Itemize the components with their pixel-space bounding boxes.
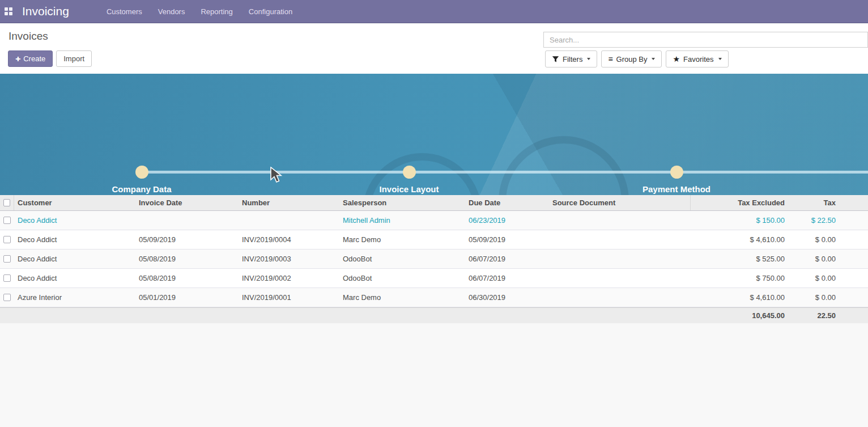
step-title: Company Data — [57, 184, 227, 194]
row-checkbox-cell — [0, 294, 14, 301]
create-button[interactable]: ✚Create — [8, 50, 53, 67]
row-checkbox[interactable] — [3, 236, 11, 243]
apps-icon-square — [9, 12, 12, 15]
list-icon: ≡ — [608, 55, 612, 63]
cell-salesperson: Mitchell Admin — [339, 216, 465, 225]
step-dot-company-data — [135, 166, 148, 179]
cell-tax: $ 0.00 — [788, 293, 839, 302]
row-checkbox-cell — [0, 274, 14, 282]
cell-customer: Azure Interior — [14, 293, 135, 302]
cell-invoice-date: 05/08/2019 — [135, 274, 239, 282]
action-buttons: ✚Create Import — [8, 50, 92, 67]
chevron-down-icon — [652, 58, 655, 60]
group-by-button[interactable]: ≡ Group By — [601, 50, 662, 67]
column-header-source-document[interactable]: Source Document — [549, 195, 691, 210]
column-header-due-date[interactable]: Due Date — [465, 198, 549, 207]
table-row[interactable]: Azure Interior 05/01/2019 INV/2019/0001 … — [0, 288, 868, 307]
onboarding-progress-line — [142, 171, 868, 174]
total-tax-excluded: 10,645.00 — [691, 311, 788, 320]
nav-item-vendors[interactable]: Vendors — [152, 4, 191, 19]
table-row[interactable]: Deco Addict 05/08/2019 INV/2019/0002 Odo… — [0, 269, 868, 288]
cell-tax: $ 0.00 — [788, 274, 839, 282]
app-title[interactable]: Invoicing — [22, 5, 69, 18]
cell-number: INV/2019/0004 — [239, 235, 339, 244]
cell-customer: Deco Addict — [14, 216, 135, 225]
step-dot-invoice-layout — [403, 166, 416, 179]
table-header-row: Customer Invoice Date Number Salesperson… — [0, 195, 868, 211]
row-checkbox[interactable] — [3, 274, 11, 282]
favorites-button[interactable]: ★ Favorites — [666, 50, 728, 67]
page-title: Invoices — [8, 30, 48, 43]
cell-customer: Deco Addict — [14, 255, 135, 263]
nav-item-customers[interactable]: Customers — [101, 4, 148, 19]
cell-tax: $ 0.00 — [788, 255, 839, 263]
cell-tax-excluded: $ 4,610.00 — [691, 235, 788, 244]
cell-number: INV/2019/0001 — [239, 293, 339, 302]
plus-icon: ✚ — [15, 56, 20, 62]
row-checkbox[interactable] — [3, 217, 11, 224]
column-header-tax-excluded[interactable]: Tax Excluded — [691, 198, 788, 207]
nav-item-configuration[interactable]: Configuration — [243, 4, 298, 19]
cell-salesperson: OdooBot — [339, 255, 465, 263]
apps-menu-icon[interactable] — [5, 7, 13, 16]
row-checkbox[interactable] — [3, 294, 11, 301]
search-input[interactable] — [543, 32, 868, 48]
cell-due-date: 06/30/2019 — [465, 293, 549, 302]
cell-salesperson: OdooBot — [339, 274, 465, 282]
search-options-bar: Filters ≡ Group By ★ Favorites — [545, 50, 729, 67]
control-panel: Invoices ✚Create Import Filters ≡ Group … — [0, 23, 868, 74]
row-checkbox-cell — [0, 236, 14, 243]
cell-due-date: 06/07/2019 — [465, 255, 549, 263]
chevron-down-icon — [587, 58, 590, 60]
column-header-salesperson[interactable]: Salesperson — [339, 198, 465, 207]
import-button[interactable]: Import — [56, 50, 92, 67]
invoicing-app-window: Invoicing Customers Vendors Reporting Co… — [0, 0, 868, 427]
cell-salesperson: Marc Demo — [339, 235, 465, 244]
column-header-tax[interactable]: Tax — [788, 198, 839, 207]
column-header-customer[interactable]: Customer — [14, 198, 135, 207]
total-tax: 22.50 — [788, 311, 839, 320]
step-title: Payment Method — [592, 184, 761, 194]
cell-tax-excluded: $ 750.00 — [691, 274, 788, 282]
cell-tax: $ 0.00 — [788, 235, 839, 244]
filters-button[interactable]: Filters — [545, 50, 597, 67]
step-title: Invoice Layout — [324, 184, 494, 194]
nav-item-reporting[interactable]: Reporting — [195, 4, 238, 19]
funnel-icon — [552, 56, 559, 63]
column-header-number[interactable]: Number — [239, 198, 339, 207]
row-checkbox-cell — [0, 217, 14, 224]
cell-tax-excluded: $ 4,610.00 — [691, 293, 788, 302]
cell-number: INV/2019/0003 — [239, 255, 339, 263]
cell-number: INV/2019/0002 — [239, 274, 339, 282]
cell-salesperson: Marc Demo — [339, 293, 465, 302]
select-all-checkbox[interactable] — [3, 199, 10, 206]
onboarding-step-invoice-layout: Invoice Layout Customize the look of you… — [324, 184, 494, 195]
apps-icon-square — [9, 7, 12, 11]
cell-tax-excluded: $ 150.00 — [691, 216, 788, 225]
onboarding-banner: Company Data Set your company's data for… — [0, 74, 868, 195]
mouse-cursor — [270, 167, 282, 184]
apps-icon-square — [5, 7, 8, 11]
select-all-cell — [0, 195, 14, 210]
column-header-invoice-date[interactable]: Invoice Date — [135, 198, 239, 207]
empty-content-area — [0, 323, 868, 427]
cell-tax: $ 22.50 — [788, 216, 839, 225]
cell-invoice-date: 05/08/2019 — [135, 255, 239, 263]
table-row[interactable]: Deco Addict 05/08/2019 INV/2019/0003 Odo… — [0, 250, 868, 269]
row-checkbox[interactable] — [3, 255, 11, 263]
onboarding-step-payment-method: Payment Method Configure your payment me… — [592, 184, 761, 195]
table-row[interactable]: Deco Addict 05/09/2019 INV/2019/0004 Mar… — [0, 230, 868, 250]
cell-customer: Deco Addict — [14, 235, 135, 244]
cell-due-date: 05/09/2019 — [465, 235, 549, 244]
cell-invoice-date: 05/09/2019 — [135, 235, 239, 244]
top-navbar: Invoicing Customers Vendors Reporting Co… — [0, 0, 868, 23]
star-icon: ★ — [673, 55, 680, 63]
cell-invoice-date: 05/01/2019 — [135, 293, 239, 302]
onboarding-step-company-data: Company Data Set your company's data for… — [57, 184, 227, 195]
main-menu: Customers Vendors Reporting Configuratio… — [101, 4, 298, 19]
table-body: Deco Addict Mitchell Admin 06/23/2019 $ … — [0, 211, 868, 307]
invoices-table: Customer Invoice Date Number Salesperson… — [0, 195, 868, 323]
row-checkbox-cell — [0, 255, 14, 263]
table-row[interactable]: Deco Addict Mitchell Admin 06/23/2019 $ … — [0, 211, 868, 230]
cell-due-date: 06/07/2019 — [465, 274, 549, 282]
